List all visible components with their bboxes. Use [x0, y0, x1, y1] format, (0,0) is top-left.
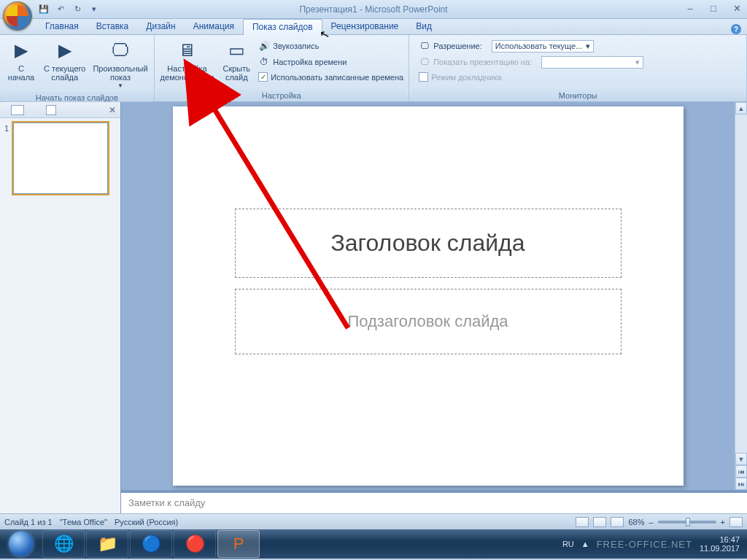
canvas-area: Заголовок слайда Подзаголовок слайда ▲ ▼… [121, 102, 747, 513]
maximize-button[interactable]: □ [705, 1, 722, 15]
title-placeholder[interactable]: Заголовок слайда [235, 209, 622, 278]
work-area: ✕ 1 Заголовок слайда Подзаголовок слайда… [0, 102, 747, 513]
tray-date[interactable]: 11.09.2017 [700, 544, 740, 553]
zoom-in-button[interactable]: + [721, 518, 725, 526]
slide[interactable]: Заголовок слайда Подзаголовок слайда [173, 106, 684, 486]
ribbon-tabs: Главная Вставка Дизайн Анимация Показ сл… [0, 19, 747, 35]
hide-icon: ▭ [225, 39, 248, 62]
panel-close-icon[interactable]: ✕ [109, 105, 116, 115]
group-monitors: 🖵Разрешение: Использовать текуще...▾ 🖵По… [409, 35, 747, 101]
checkbox-checked-icon: ✓ [258, 72, 268, 82]
undo-icon[interactable]: ↶ [53, 2, 68, 17]
titlebar: 💾 ↶ ↻ ▾ Презентация1 - Microsoft PowerPo… [0, 0, 747, 19]
start-button[interactable] [1, 530, 41, 558]
scroll-track[interactable] [735, 114, 747, 453]
record-audio-button[interactable]: 🔊Звукозапись [256, 39, 406, 53]
play-icon: ▶ [9, 39, 33, 62]
custom-show-icon: 🖵 [109, 39, 132, 62]
group-label: Мониторы [412, 90, 743, 101]
taskbar: 🌐 📁 🔵 🔴 P RU ▲ FREE-OFFICE.NET 16:47 11.… [0, 529, 747, 559]
chevron-down-icon: ▾ [635, 58, 640, 67]
hide-slide-button[interactable]: ▭ Скрыть слайд [218, 37, 255, 83]
custom-show-button[interactable]: 🖵 Произвольный показ ▼ [90, 37, 150, 92]
thumbnails: 1 [0, 118, 120, 513]
zoom-slider[interactable] [658, 521, 716, 524]
watermark: FREE-OFFICE.NET [597, 539, 692, 550]
fit-button[interactable] [729, 517, 743, 527]
tray-flag-icon[interactable]: ▲ [581, 540, 589, 548]
panel-tabs: ✕ [0, 102, 120, 118]
slide-canvas[interactable]: Заголовок слайда Подзаголовок слайда [121, 102, 735, 490]
thumbnail-item[interactable]: 1 [4, 122, 116, 194]
mic-icon: 🔊 [258, 40, 270, 52]
zoom-percent[interactable]: 68% [628, 518, 644, 526]
language-status[interactable]: Русский (Россия) [115, 518, 178, 526]
explorer-task-button[interactable]: 📁 [86, 530, 128, 558]
group-start-slideshow: ▶ С начала ▶ С текущего слайда 🖵 Произво… [0, 35, 155, 101]
chrome-task-button[interactable]: 🔴 [174, 530, 216, 558]
next-slide-icon[interactable]: ⏭ [735, 478, 747, 490]
tab-home[interactable]: Главная [36, 19, 88, 34]
group-setup: 🖥 Настройка демонстрации ▭ Скрыть слайд … [155, 35, 410, 101]
monitor-icon: 🖵 [419, 40, 430, 52]
tab-insert[interactable]: Вставка [88, 19, 138, 34]
notes-pane[interactable]: Заметки к слайду [121, 490, 747, 513]
resolution-label: 🖵Разрешение: [417, 39, 484, 53]
slide-counter: Слайд 1 из 1 [4, 518, 53, 526]
monitor-icon: 🖵 [419, 56, 430, 68]
theme-name: "Тема Office" [60, 518, 107, 526]
chevron-down-icon: ▼ [117, 82, 123, 90]
setup-show-button[interactable]: 🖥 Настройка демонстрации [158, 37, 217, 83]
show-on-label: 🖵Показать презентацию на: [417, 55, 534, 69]
statusbar: Слайд 1 из 1 "Тема Office" Русский (Росс… [0, 513, 747, 529]
tab-animation[interactable]: Анимация [185, 19, 243, 34]
normal-view-button[interactable] [576, 517, 589, 527]
system-tray: RU ▲ FREE-OFFICE.NET 16:47 11.09.2017 [562, 535, 746, 553]
tab-design[interactable]: Дизайн [137, 19, 184, 34]
play-current-icon: ▶ [53, 39, 77, 62]
tab-view[interactable]: Вид [407, 19, 441, 34]
qat-dropdown-icon[interactable]: ▾ [87, 2, 101, 17]
prev-slide-icon[interactable]: ⏮ [735, 465, 747, 478]
tray-lang[interactable]: RU [562, 540, 574, 548]
slides-tab-icon[interactable] [11, 105, 24, 115]
resolution-dropdown[interactable]: Использовать текуще...▾ [492, 40, 594, 52]
rehearse-timings-button[interactable]: ⏱Настройка времени [256, 55, 406, 69]
scroll-up-icon[interactable]: ▲ [735, 102, 747, 114]
slide-panel: ✕ 1 [0, 102, 121, 513]
minimize-button[interactable]: – [681, 1, 699, 15]
redo-icon[interactable]: ↻ [70, 2, 85, 17]
slideshow-view-button[interactable] [611, 517, 624, 527]
thumb-number: 1 [4, 122, 9, 194]
clock-icon: ⏱ [258, 56, 270, 68]
from-beginning-button[interactable]: ▶ С начала [3, 37, 39, 83]
save-icon[interactable]: 💾 [36, 2, 51, 17]
close-button[interactable]: ✕ [728, 1, 746, 15]
window-title: Презентация1 - Microsoft PowerPoint [299, 4, 447, 15]
zoom-out-button[interactable]: – [649, 518, 653, 526]
slide-thumbnail[interactable] [13, 122, 108, 194]
vertical-scrollbar[interactable]: ▲ ▼ ⏮ ⏭ [735, 102, 747, 490]
subtitle-placeholder[interactable]: Подзаголовок слайда [235, 289, 622, 354]
setup-icon: 🖥 [175, 39, 198, 62]
powerpoint-task-button[interactable]: P [217, 530, 260, 558]
help-icon[interactable]: ? [731, 24, 741, 34]
quick-access-toolbar: 💾 ↶ ↻ ▾ [36, 2, 101, 17]
tab-review[interactable]: Рецензирование [322, 19, 408, 34]
from-current-button[interactable]: ▶ С текущего слайда [41, 37, 88, 83]
show-on-dropdown: ▾ [541, 56, 643, 69]
sorter-view-button[interactable] [593, 517, 606, 527]
scroll-down-icon[interactable]: ▼ [735, 453, 747, 465]
zoom-thumb[interactable] [686, 518, 690, 526]
ribbon: ▶ С начала ▶ С текущего слайда 🖵 Произво… [0, 35, 747, 102]
windows-orb-icon [9, 532, 34, 556]
use-timings-checkbox[interactable]: ✓Использовать записанные времена [256, 71, 406, 83]
ie-task-button[interactable]: 🌐 [42, 530, 85, 558]
office-button[interactable] [3, 1, 32, 31]
outline-tab-icon[interactable] [46, 105, 56, 115]
wmp-task-button[interactable]: 🔵 [130, 530, 172, 558]
chevron-down-icon: ▾ [586, 42, 590, 51]
tab-slideshow[interactable]: Показ слайдов [243, 19, 322, 35]
presenter-view-checkbox: Режим докладчика [417, 71, 503, 83]
tray-time[interactable]: 16:47 [700, 535, 740, 544]
